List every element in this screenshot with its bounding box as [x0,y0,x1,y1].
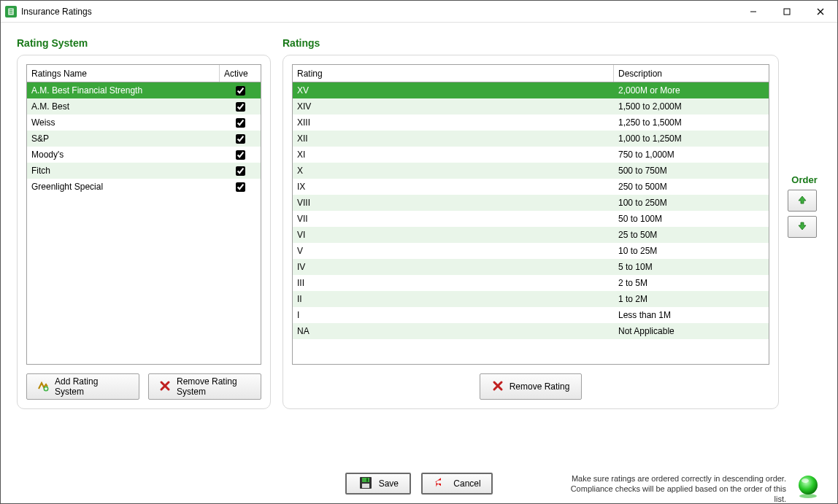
status-orb-icon [795,473,821,499]
minimize-button[interactable] [737,1,770,22]
svg-rect-2 [9,11,13,12]
rating-system-row[interactable]: S&P [27,131,261,147]
active-checkbox[interactable] [236,150,245,160]
rating-code: XV [293,85,614,96]
remove-rating-button[interactable]: Remove Rating [480,373,582,400]
rating-system-active-cell [220,102,261,112]
rating-system-row[interactable]: Moody's [27,147,261,163]
rating-row[interactable]: ILess than 1M [293,307,769,323]
rating-description: 100 to 250M [614,198,769,208]
rating-system-name: S&P [27,133,220,144]
rating-code: XI [293,150,614,160]
maximize-button[interactable] [770,1,804,22]
order-panel: Order [788,37,821,409]
rating-system-panel: Ratings Name Active A.M. Best Financial … [17,55,271,409]
col-description[interactable]: Description [614,65,769,82]
rating-description: 500 to 750M [614,166,769,176]
rating-description: Not Applicable [614,326,769,336]
rating-row[interactable]: X500 to 750M [293,163,769,179]
rating-row[interactable]: XIV1,500 to 2,000M [293,98,769,115]
rating-description: 50 to 100M [614,214,769,224]
svg-rect-1 [9,9,13,10]
rating-row[interactable]: VII50 to 100M [293,211,769,227]
rating-row[interactable]: IX250 to 500M [293,179,769,195]
rating-code: XIII [293,117,614,128]
rating-row[interactable]: II1 to 2M [293,291,769,307]
remove-rating-system-button[interactable]: Remove Rating System [148,373,261,400]
rating-row[interactable]: XIII1,250 to 1,500M [293,115,769,131]
active-checkbox[interactable] [236,182,245,192]
window-controls [737,1,837,22]
add-rating-system-button[interactable]: Add Rating System [26,373,139,400]
cancel-icon [433,476,447,492]
rating-system-active-cell [220,86,261,96]
active-checkbox[interactable] [236,102,245,112]
active-checkbox[interactable] [236,166,245,176]
rating-system-row[interactable]: Fitch [27,163,261,179]
rating-row[interactable]: NANot Applicable [293,323,769,339]
rating-system-name: Weiss [27,117,220,128]
footer-note: Make sure ratings are ordered correctly … [560,474,786,504]
svg-point-20 [799,476,818,495]
move-up-button[interactable] [788,190,817,212]
svg-rect-17 [362,484,369,488]
rating-system-name: Greenlight Special [27,182,220,192]
rating-description: 1,250 to 1,500M [614,117,769,128]
rating-row[interactable]: III2 to 5M [293,275,769,291]
col-ratings-name[interactable]: Ratings Name [27,65,220,82]
cancel-button[interactable]: Cancel [421,473,492,495]
active-checkbox[interactable] [236,134,245,144]
save-label: Save [379,478,399,489]
rating-row[interactable]: VI25 to 50M [293,227,769,243]
rating-system-name: Fitch [27,166,220,176]
rating-row[interactable]: VIII100 to 250M [293,195,769,211]
rating-system-row[interactable]: Weiss [27,115,261,131]
rating-row[interactable]: XV2,000M or More [293,82,769,98]
rating-code: IX [293,182,614,192]
rating-system-row[interactable]: A.M. Best Financial Strength [27,82,261,98]
rating-description: 1,000 to 1,250M [614,133,769,144]
rating-system-row[interactable]: Greenlight Special [27,179,261,195]
svg-rect-5 [784,9,790,15]
col-rating[interactable]: Rating [293,65,614,82]
rating-code: I [293,310,614,320]
titlebar: Insurance Ratings [1,1,837,23]
rating-code: III [293,278,614,288]
svg-rect-3 [9,12,13,13]
delete-icon [492,380,504,394]
ratings-panel: Rating Description XV2,000M or MoreXIV1,… [282,55,779,409]
col-active[interactable]: Active [220,65,261,82]
rating-row[interactable]: XI750 to 1,000M [293,147,769,163]
rating-code: XIV [293,101,614,112]
active-checkbox[interactable] [236,86,245,96]
remove-rating-system-label: Remove Rating System [177,376,250,397]
app-icon [5,6,17,18]
save-button[interactable]: Save [345,473,411,495]
delete-icon [159,380,171,394]
active-checkbox[interactable] [236,118,245,128]
rating-row[interactable]: IV5 to 10M [293,259,769,275]
rating-code: VIII [293,198,614,208]
rating-system-active-cell [220,134,261,144]
ratings-header: Rating Description [293,65,769,82]
rating-system-name: Moody's [27,150,220,160]
rating-row[interactable]: XII1,000 to 1,250M [293,131,769,147]
ratings-table[interactable]: Rating Description XV2,000M or MoreXIV1,… [292,64,769,365]
rating-description: 25 to 50M [614,230,769,240]
save-icon [358,476,373,492]
rating-row[interactable]: V10 to 25M [293,243,769,259]
rating-description: 5 to 10M [614,262,769,272]
rating-system-active-cell [220,182,261,192]
rating-system-table[interactable]: Ratings Name Active A.M. Best Financial … [26,64,261,365]
rating-code: VII [293,214,614,224]
rating-system-active-cell [220,166,261,176]
move-down-button[interactable] [788,216,817,238]
rating-description: 10 to 25M [614,246,769,256]
svg-rect-16 [362,478,369,482]
rating-code: V [293,246,614,256]
rating-system-active-cell [220,118,261,128]
rating-system-row[interactable]: A.M. Best [27,98,261,115]
svg-point-21 [802,478,809,483]
rating-system-active-cell [220,150,261,160]
close-button[interactable] [804,1,837,22]
